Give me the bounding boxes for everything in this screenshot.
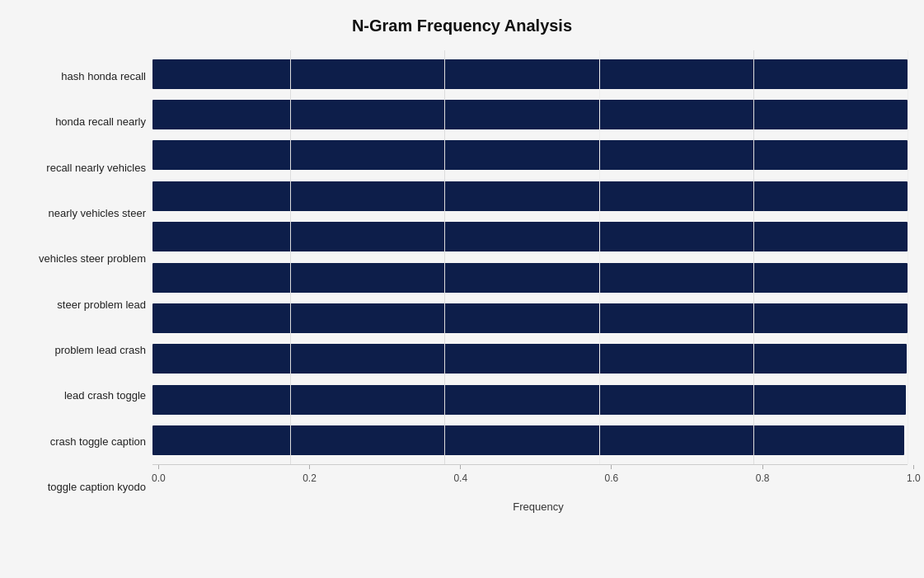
- bar: [152, 181, 908, 211]
- x-tick-line: [309, 465, 310, 469]
- y-label: toggle caption kyodo: [0, 482, 146, 492]
- bar: [152, 59, 908, 89]
- bar: [152, 385, 906, 415]
- x-tick: 0.0: [152, 465, 166, 484]
- y-label: crash toggle caption: [0, 436, 146, 447]
- bar-row: [152, 219, 924, 255]
- x-axis-title: Frequency: [152, 500, 924, 513]
- bar-row: [152, 260, 924, 296]
- bar: [152, 222, 908, 251]
- bar-row: [152, 96, 924, 133]
- x-tick-line: [611, 465, 612, 469]
- y-labels: hash honda recallhonda recall nearlyreca…: [0, 50, 152, 513]
- x-tick-label: 0.4: [453, 472, 467, 484]
- x-tick-line: [762, 465, 763, 469]
- plot-area: 0.00.20.40.60.81.0 Frequency: [152, 50, 924, 513]
- bar-row: [152, 341, 924, 377]
- x-tick: 1.0: [907, 465, 921, 484]
- bar: [152, 100, 908, 129]
- y-label: steer problem lead: [0, 299, 146, 310]
- x-axis: 0.00.20.40.60.81.0: [152, 464, 908, 497]
- x-tick-label: 0.8: [756, 472, 770, 484]
- x-tick-line: [158, 465, 159, 469]
- bar-row: [152, 382, 924, 418]
- x-tick-label: 0.2: [303, 472, 317, 484]
- bar-row: [152, 300, 924, 336]
- y-label: recall nearly vehicles: [0, 162, 146, 173]
- bar: [152, 140, 908, 170]
- bar: [152, 263, 908, 293]
- bar-row: [152, 137, 924, 173]
- y-label: hash honda recall: [0, 71, 146, 82]
- x-tick: 0.4: [453, 465, 467, 484]
- chart-container: N-Gram Frequency Analysis hash honda rec…: [0, 0, 924, 578]
- bar: [152, 303, 908, 333]
- x-tick-line: [913, 465, 914, 469]
- x-tick: 0.2: [303, 465, 317, 484]
- chart-area: hash honda recallhonda recall nearlyreca…: [0, 50, 924, 513]
- x-tick: 0.8: [756, 465, 770, 484]
- x-tick-label: 1.0: [907, 472, 921, 484]
- bar-row: [152, 422, 924, 458]
- y-label: vehicles steer problem: [0, 253, 146, 264]
- x-tick-label: 0.0: [152, 472, 166, 484]
- bars-section: [152, 50, 924, 464]
- y-label: lead crash toggle: [0, 390, 146, 401]
- y-label: nearly vehicles steer: [0, 208, 146, 219]
- bar-row: [152, 56, 924, 92]
- y-label: problem lead crash: [0, 345, 146, 355]
- bar: [152, 344, 907, 374]
- x-tick-line: [460, 465, 461, 469]
- x-tick: 0.6: [605, 465, 619, 484]
- y-label: honda recall nearly: [0, 116, 146, 127]
- chart-title: N-Gram Frequency Analysis: [0, 16, 924, 35]
- x-tick-label: 0.6: [605, 472, 619, 484]
- bar: [152, 425, 904, 455]
- bar-row: [152, 178, 924, 214]
